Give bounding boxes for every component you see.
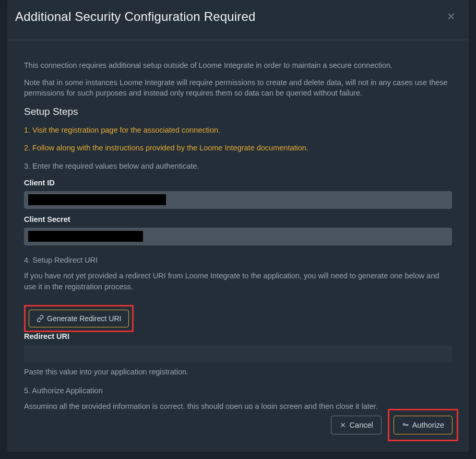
cancel-button[interactable]: Cancel — [331, 416, 382, 434]
step-4-text: If you have not yet provided a redirect … — [24, 270, 452, 292]
key-icon — [402, 421, 409, 429]
step-2-link[interactable]: 2. Follow along with the instructions pr… — [24, 143, 452, 154]
modal-body: This connection requires additional setu… — [7, 40, 469, 409]
modal-header: Additional Security Configuration Requir… — [7, 0, 469, 40]
security-config-modal: Additional Security Configuration Requir… — [7, 0, 469, 452]
redirect-uri-hint: Paste this value into your application r… — [24, 368, 452, 376]
step-5-heading: 5. Authorize Application — [24, 386, 452, 395]
modal-title: Additional Security Configuration Requir… — [15, 9, 256, 24]
link-icon — [37, 315, 44, 322]
close-icon — [339, 421, 347, 429]
client-secret-input[interactable] — [24, 228, 452, 245]
authorize-label: Authorize — [412, 421, 444, 429]
step-5-text: Assuming all the provided information is… — [24, 401, 452, 409]
step-1-link[interactable]: 1. Visit the registration page for the a… — [24, 125, 452, 136]
generate-uri-highlight: Generate Redirect URI — [24, 305, 134, 332]
client-id-label: Client ID — [24, 179, 452, 187]
setup-steps-heading: Setup Steps — [24, 106, 452, 117]
close-icon: × — [447, 8, 455, 24]
redirect-uri-label: Redirect URI — [24, 332, 452, 340]
generate-redirect-uri-button[interactable]: Generate Redirect URI — [29, 310, 129, 327]
redirect-uri-input[interactable] — [24, 345, 452, 362]
client-id-input[interactable] — [24, 191, 452, 209]
authorize-highlight: Authorize — [388, 409, 458, 441]
client-secret-redaction — [24, 228, 452, 245]
step-4-heading: 4. Setup Redirect URI — [24, 256, 452, 264]
client-secret-label: Client Secret — [24, 215, 452, 223]
close-button[interactable]: × — [445, 9, 457, 23]
authorize-button[interactable]: Authorize — [394, 416, 453, 434]
generate-uri-label: Generate Redirect URI — [47, 314, 121, 323]
modal-footer: Cancel Authorize — [7, 409, 469, 452]
intro-text-2: Note that in some instances Loome Integr… — [24, 77, 452, 99]
cancel-label: Cancel — [350, 421, 373, 429]
intro-text-1: This connection requires additional setu… — [24, 60, 452, 71]
client-id-redaction — [24, 191, 452, 209]
step-3-text: 3. Enter the required values below and a… — [24, 161, 452, 172]
